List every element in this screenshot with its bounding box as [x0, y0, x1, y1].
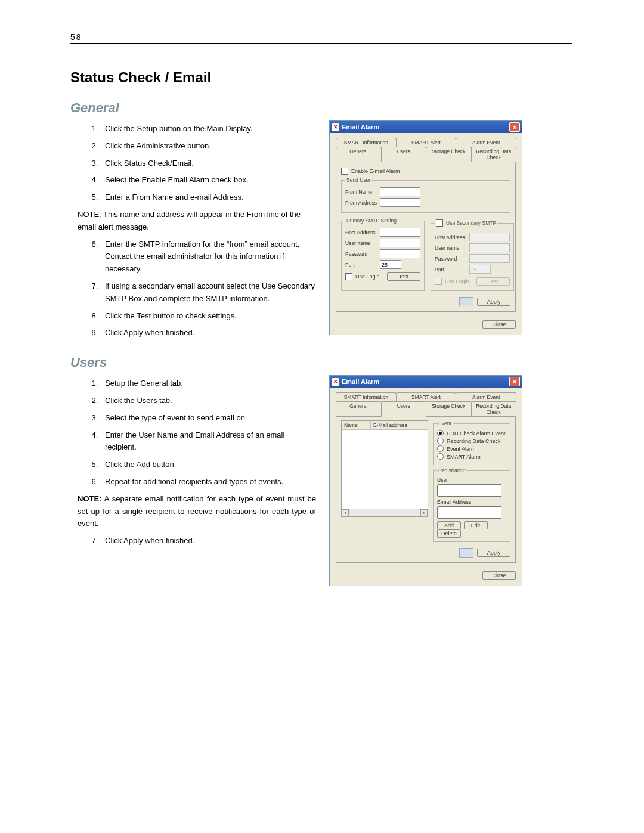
list-item: Click Status Check/Email. [100, 157, 316, 170]
general-two-col: Click the Setup button on the Main Displ… [70, 120, 572, 344]
event-smart-alarm-radio[interactable]: SMART Alarm [437, 453, 506, 460]
recipients-scrollbar[interactable]: ‹ › [342, 509, 428, 516]
primary-host-input[interactable] [380, 228, 420, 237]
primary-port-input[interactable] [380, 260, 401, 269]
radio-icon [437, 438, 444, 444]
registration-group: Registration User E-mail Address Add Edi… [433, 467, 510, 542]
primary-use-login-checkbox[interactable]: Use Login [345, 273, 380, 280]
dialog-title: Email Alarm [342, 123, 379, 131]
tab-smart-information[interactable]: SMART Information [336, 138, 397, 147]
secondary-port-label: Port [435, 267, 469, 272]
users-text: Setup the General tab. Click the Users t… [70, 375, 329, 552]
event-hdd-check-radio[interactable]: HDD Check Alarm Event [437, 430, 506, 436]
secondary-user-input[interactable] [469, 243, 510, 252]
page-number: 58 [70, 32, 82, 42]
tab-alarm-event[interactable]: Alarm Event [456, 392, 516, 401]
primary-pass-input[interactable] [380, 249, 420, 258]
close-icon[interactable]: ✕ [509, 122, 520, 132]
general-text: Click the Setup button on the Main Displ… [70, 120, 329, 344]
use-secondary-smtp-checkbox[interactable]: Use Secondary SMTP [436, 219, 496, 227]
tab-general[interactable]: General [336, 147, 382, 162]
registration-buttons: Add Edit Delete [437, 521, 506, 538]
from-address-input[interactable] [380, 198, 420, 207]
tab-alarm-event[interactable]: Alarm Event [456, 138, 516, 147]
event-option-label: SMART Alarm [447, 454, 481, 460]
secondary-host-input[interactable] [469, 233, 510, 241]
registration-legend: Registration [437, 467, 466, 473]
enable-email-alarm-label: Enable E-mail Alarm [351, 168, 400, 174]
radio-icon [437, 453, 444, 460]
close-icon[interactable]: ✕ [509, 377, 520, 386]
edit-button[interactable]: Edit [464, 521, 488, 529]
tab-smart-information[interactable]: SMART Information [336, 392, 397, 401]
tab-storage-check[interactable]: Storage Check [426, 147, 472, 162]
reg-user-input[interactable] [437, 484, 501, 497]
users-layout: Name E-Mail address ‹ › Event [341, 420, 510, 544]
event-event-alarm-radio[interactable]: Event Alarm [437, 445, 506, 452]
apply-button[interactable]: Apply [477, 549, 510, 557]
reg-user-label: User [437, 477, 506, 483]
primary-user-input[interactable] [380, 239, 420, 247]
note-label: NOTE: [78, 494, 101, 503]
users-steps-1: Setup the General tab. Click the Users t… [78, 377, 316, 488]
keyboard-icon[interactable] [459, 297, 473, 306]
delete-button[interactable]: Delete [437, 529, 461, 538]
header-rule [70, 43, 572, 44]
tab-users[interactable]: Users [381, 401, 427, 417]
scroll-left-icon[interactable]: ‹ [342, 509, 349, 516]
tab-general[interactable]: General [336, 401, 382, 416]
tab-recording-data-check[interactable]: Recording Data Check [471, 147, 517, 162]
tab-smart-alert[interactable]: SMART Alert [396, 392, 457, 401]
general-steps-2: Enter the SMTP information for the “from… [78, 239, 316, 340]
primary-host-label: Host Address [345, 230, 380, 236]
list-item: Enter the SMTP information for the “from… [100, 239, 316, 275]
use-secondary-smtp-label: Use Secondary SMTP [446, 220, 496, 226]
tab-storage-check[interactable]: Storage Check [426, 401, 472, 416]
primary-test-button[interactable]: Test [387, 272, 420, 281]
dialog-tabs: SMART Information SMART Alert Alarm Even… [336, 138, 516, 162]
recipients-list[interactable]: Name E-Mail address ‹ › [341, 420, 428, 517]
event-group: Event HDD Check Alarm Event Recording Da… [433, 420, 510, 465]
secondary-smtp-group: Use Secondary SMTP Host Address User nam… [431, 218, 514, 291]
tab-recording-data-check[interactable]: Recording Data Check [471, 401, 517, 416]
dialog-body: SMART Information SMART Alert Alarm Even… [330, 133, 522, 335]
list-item: Repeat for additional recipients and typ… [100, 476, 316, 488]
list-item: Click the Test button to check settings. [100, 310, 316, 323]
secondary-test-button: Test [476, 277, 510, 286]
secondary-port-input[interactable] [469, 265, 491, 274]
primary-pass-label: Password [345, 251, 380, 257]
secondary-pass-input[interactable] [469, 254, 510, 263]
dialog-titlebar: ✕ Email Alarm ✕ [330, 121, 522, 133]
email-alarm-dialog-general: ✕ Email Alarm ✕ SMART Information SMART … [329, 120, 522, 335]
apply-button[interactable]: Apply [477, 298, 510, 306]
secondary-user-label: User name [435, 245, 469, 251]
tab-smart-alert[interactable]: SMART Alert [396, 138, 457, 147]
note-text: A separate email notification for each t… [78, 494, 316, 528]
users-two-col: Setup the General tab. Click the Users t… [70, 375, 572, 586]
keyboard-icon[interactable] [459, 548, 473, 558]
scroll-track[interactable] [349, 509, 420, 516]
close-button[interactable]: Close [482, 320, 516, 329]
list-item: Click the Setup button on the Main Displ… [100, 123, 316, 135]
checkbox-icon [345, 273, 352, 280]
list-item: Click Apply when finished. [100, 535, 316, 547]
dialog-titlebar: ✕ Email Alarm ✕ [330, 376, 522, 388]
reg-email-label: E-mail Address [437, 499, 506, 505]
from-name-input[interactable] [380, 187, 420, 196]
add-button[interactable]: Add [437, 521, 461, 529]
reg-email-input[interactable] [437, 506, 501, 519]
list-item: Select the type of event to send email o… [100, 412, 316, 425]
close-button[interactable]: Close [482, 571, 516, 580]
page-content: Status Check / Email General Click the S… [70, 69, 572, 586]
scroll-right-icon[interactable]: › [420, 509, 428, 516]
event-recording-data-radio[interactable]: Recording Data Check [437, 438, 506, 444]
event-option-label: Event Alarm [447, 446, 476, 452]
recipients-list-header: Name E-Mail address [342, 421, 428, 430]
enable-email-alarm-checkbox[interactable]: Enable E-mail Alarm [341, 168, 510, 175]
section-heading-users: Users [70, 355, 572, 370]
event-option-label: Recording Data Check [447, 438, 501, 444]
event-legend: Event [437, 420, 453, 426]
tab-users[interactable]: Users [381, 147, 427, 162]
from-name-label: From Name [345, 189, 380, 195]
page-title: Status Check / Email [70, 69, 572, 86]
